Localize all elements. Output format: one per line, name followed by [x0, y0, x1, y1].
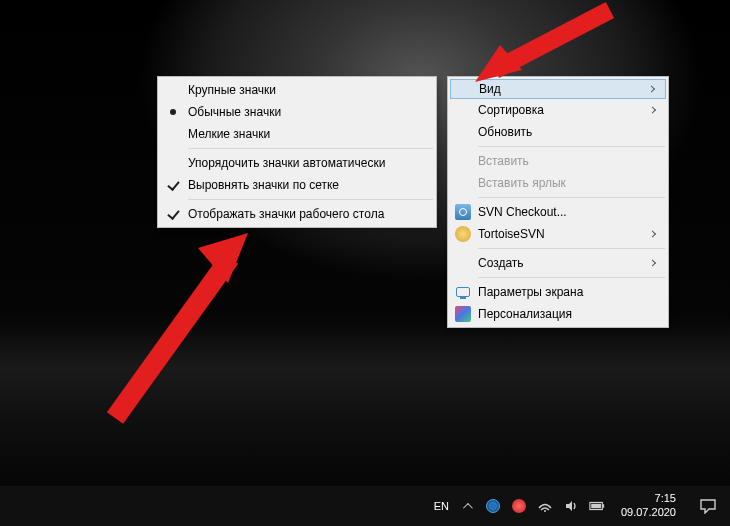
checkmark-icon	[164, 176, 182, 194]
menu-item-refresh[interactable]: Обновить	[450, 121, 666, 143]
menu-separator	[188, 148, 433, 149]
menu-item-label: TortoiseSVN	[478, 227, 545, 241]
menu-item-label: Обновить	[478, 125, 532, 139]
personalize-icon	[454, 305, 472, 323]
menu-item-label: Персонализация	[478, 307, 572, 321]
desktop-context-menu: Вид Сортировка Обновить Вставить Вставит…	[447, 76, 669, 328]
svn-icon	[454, 203, 472, 221]
svg-rect-4	[602, 504, 604, 508]
menu-separator	[478, 248, 665, 249]
menu-item-align-to-grid[interactable]: Выровнять значки по сетке	[160, 174, 434, 196]
radio-icon	[164, 103, 182, 121]
menu-item-label: Вставить ярлык	[478, 176, 566, 190]
tray-app-icon[interactable]	[485, 498, 501, 514]
menu-item-show-desktop-icons[interactable]: Отображать значки рабочего стола	[160, 203, 434, 225]
svg-rect-5	[591, 504, 601, 508]
menu-item-label: Параметры экрана	[478, 285, 583, 299]
menu-item-label: Крупные значки	[188, 83, 276, 97]
menu-item-label: SVN Checkout...	[478, 205, 567, 219]
menu-separator	[478, 197, 665, 198]
tray-app-icon[interactable]	[511, 498, 527, 514]
system-tray: EN 7:15 09.07.2020	[434, 486, 730, 526]
menu-item-label: Выровнять значки по сетке	[188, 178, 339, 192]
menu-item-paste-shortcut: Вставить ярлык	[450, 172, 666, 194]
menu-item-small-icons[interactable]: Мелкие значки	[160, 123, 434, 145]
menu-item-medium-icons[interactable]: Обычные значки	[160, 101, 434, 123]
menu-item-view[interactable]: Вид	[450, 79, 666, 99]
menu-item-sort[interactable]: Сортировка	[450, 99, 666, 121]
clock-date: 09.07.2020	[621, 506, 676, 520]
taskbar: EN 7:15 09.07.2020	[0, 486, 730, 526]
menu-item-large-icons[interactable]: Крупные значки	[160, 79, 434, 101]
chevron-right-icon	[649, 87, 659, 92]
chevron-right-icon	[650, 108, 660, 113]
svg-point-2	[544, 510, 546, 512]
action-center-button[interactable]	[692, 486, 724, 526]
menu-item-label: Создать	[478, 256, 524, 270]
network-icon[interactable]	[537, 498, 553, 514]
chevron-right-icon	[650, 261, 660, 266]
chevron-right-icon	[650, 232, 660, 237]
radio-icon	[164, 125, 182, 143]
volume-icon[interactable]	[563, 498, 579, 514]
menu-item-label: Вставить	[478, 154, 529, 168]
battery-icon[interactable]	[589, 498, 605, 514]
clock-time: 7:15	[621, 492, 676, 506]
view-submenu: Крупные значки Обычные значки Мелкие зна…	[157, 76, 437, 228]
menu-item-label: Мелкие значки	[188, 127, 270, 141]
tortoisesvn-icon	[454, 225, 472, 243]
display-icon	[454, 283, 472, 301]
clock[interactable]: 7:15 09.07.2020	[615, 492, 682, 520]
menu-item-label: Обычные значки	[188, 105, 281, 119]
radio-icon	[164, 81, 182, 99]
menu-item-label: Упорядочить значки автоматически	[188, 156, 385, 170]
menu-item-new[interactable]: Создать	[450, 252, 666, 274]
checkmark-icon	[164, 154, 182, 172]
menu-item-auto-arrange[interactable]: Упорядочить значки автоматически	[160, 152, 434, 174]
checkmark-icon	[164, 205, 182, 223]
menu-item-label: Сортировка	[478, 103, 544, 117]
menu-separator	[188, 199, 433, 200]
menu-item-label: Вид	[479, 82, 501, 96]
menu-item-display-settings[interactable]: Параметры экрана	[450, 281, 666, 303]
menu-separator	[478, 146, 665, 147]
language-indicator[interactable]: EN	[434, 500, 449, 512]
tray-overflow-icon[interactable]	[459, 498, 475, 514]
menu-item-label: Отображать значки рабочего стола	[188, 207, 384, 221]
menu-item-tortoisesvn[interactable]: TortoiseSVN	[450, 223, 666, 245]
menu-item-personalize[interactable]: Персонализация	[450, 303, 666, 325]
menu-item-paste: Вставить	[450, 150, 666, 172]
menu-item-svn-checkout[interactable]: SVN Checkout...	[450, 201, 666, 223]
menu-separator	[478, 277, 665, 278]
